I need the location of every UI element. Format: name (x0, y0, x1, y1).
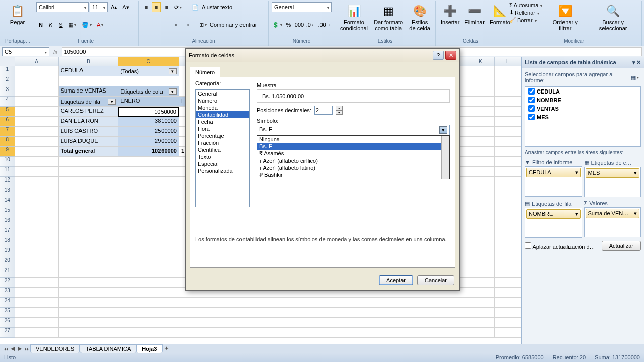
accounting-format-button[interactable]: 💲 (272, 20, 283, 30)
cell[interactable] (467, 137, 494, 147)
cell[interactable] (59, 267, 119, 278)
cell[interactable]: Etiquetas de colu (118, 86, 179, 97)
percent-button[interactable]: % (284, 20, 293, 30)
row-header[interactable]: 4 (0, 97, 15, 107)
row-header[interactable]: 24 (0, 298, 15, 308)
cell[interactable] (118, 288, 179, 298)
cell[interactable] (118, 227, 179, 237)
row-header[interactable]: 1 (0, 66, 15, 76)
cell[interactable] (495, 147, 521, 157)
cell[interactable] (59, 298, 119, 308)
cell[interactable]: 2500000 (118, 127, 179, 137)
cell[interactable] (15, 157, 59, 167)
cell[interactable] (118, 237, 179, 247)
cell[interactable] (15, 117, 59, 127)
rows-item[interactable]: NOMBRE▾ (526, 209, 581, 219)
cell[interactable]: Suma de VENTAS (59, 86, 119, 97)
cell[interactable] (59, 257, 119, 267)
cell[interactable] (118, 197, 179, 207)
row-header[interactable]: 25 (0, 308, 15, 318)
ok-button[interactable]: Aceptar (379, 275, 413, 285)
inc-decimal-button[interactable]: .0← (306, 20, 317, 30)
category-list[interactable]: GeneralNúmeroMonedaContabilidadFechaHora… (195, 89, 250, 207)
row-header[interactable]: 17 (0, 227, 15, 237)
cell[interactable] (467, 97, 494, 107)
symbol-combo[interactable]: Bs. F▾ (257, 125, 450, 135)
cell[interactable]: 10260000 (118, 147, 179, 157)
font-color-button[interactable]: A (95, 20, 105, 30)
cell[interactable] (118, 76, 179, 86)
cell[interactable] (495, 107, 521, 117)
italic-button[interactable]: K (46, 20, 55, 30)
sheet-tab[interactable]: Hoja3 (136, 344, 163, 353)
cell[interactable] (495, 267, 521, 278)
cell[interactable] (15, 227, 59, 237)
insert-cells-button[interactable]: ➕Insertar (439, 2, 461, 26)
row-header[interactable]: 14 (0, 197, 15, 207)
cell[interactable] (118, 187, 179, 197)
last-sheet-button[interactable]: ⏭ (23, 346, 30, 352)
cell[interactable] (467, 187, 494, 197)
cell[interactable] (467, 257, 494, 267)
prev-sheet-button[interactable]: ◀ (9, 345, 16, 352)
cell[interactable] (467, 167, 494, 177)
cell[interactable] (495, 167, 521, 177)
cell[interactable] (495, 97, 521, 107)
symbol-option[interactable]: ₼ Azerí (alfabeto cirílico) (257, 157, 449, 164)
cell[interactable] (15, 86, 59, 97)
font-name-combo[interactable]: Calibri (36, 2, 89, 12)
field-checkbox[interactable] (528, 88, 535, 95)
row-header[interactable]: 19 (0, 247, 15, 257)
cell[interactable]: ENERO (118, 97, 179, 107)
field-checklist[interactable]: CEDULA NOMBRE VENTAS MES (525, 86, 641, 147)
cell[interactable] (118, 177, 179, 187)
cell[interactable] (467, 278, 494, 288)
category-item[interactable]: Número (196, 97, 249, 104)
col-header-a[interactable]: A (15, 57, 59, 66)
category-item[interactable]: General (196, 90, 249, 97)
cell[interactable] (495, 157, 521, 167)
category-item[interactable]: Fecha (196, 118, 249, 125)
cell[interactable] (118, 318, 179, 328)
cell[interactable] (15, 207, 59, 217)
cell[interactable]: Total general (59, 147, 119, 157)
cell[interactable] (495, 257, 521, 267)
cell[interactable] (495, 247, 521, 257)
dec-decimal-button[interactable]: .00→ (318, 20, 332, 30)
col-header-b[interactable]: B (59, 57, 119, 66)
cols-item[interactable]: MES▾ (586, 168, 640, 178)
cell[interactable] (59, 177, 119, 187)
cell[interactable] (467, 237, 494, 247)
cell[interactable] (59, 207, 119, 217)
col-header-l[interactable]: L (495, 57, 521, 66)
cell[interactable] (59, 167, 119, 177)
category-item[interactable]: Fracción (196, 139, 249, 146)
paste-button[interactable]: 📋 Pegar (5, 2, 30, 26)
cell[interactable] (118, 328, 179, 338)
filter-item[interactable]: CEDULA▾ (526, 168, 581, 177)
cell[interactable] (15, 318, 59, 328)
cell[interactable] (15, 76, 59, 86)
cell[interactable] (179, 328, 189, 338)
dialog-help-button[interactable]: ? (433, 51, 444, 60)
col-header-c[interactable]: C (118, 57, 179, 66)
delete-cells-button[interactable]: ➖Eliminar (462, 2, 487, 26)
cell[interactable]: DANIELA RON (59, 117, 119, 127)
cell[interactable] (179, 298, 189, 308)
row-header[interactable]: 8 (0, 137, 15, 147)
decimals-input[interactable] (314, 106, 333, 115)
cell[interactable] (495, 227, 521, 237)
symbol-dropdown-list[interactable]: NingunaBs. F₹ Asamés₼ Azerí (alfabeto ci… (257, 135, 450, 179)
cell[interactable]: 2900000 (118, 137, 179, 147)
cell[interactable] (15, 328, 59, 338)
bold-button[interactable]: N (36, 20, 45, 30)
category-item[interactable]: Texto (196, 153, 249, 160)
fieldlist-layout-button[interactable]: ▦ (629, 72, 641, 82)
row-header[interactable]: 15 (0, 207, 15, 217)
cell[interactable] (495, 86, 521, 97)
cell[interactable] (189, 298, 467, 308)
field-item[interactable]: NOMBRE (525, 96, 640, 104)
sort-filter-button[interactable]: 🔽Ordenar y filtrar (545, 2, 585, 32)
cell[interactable] (467, 247, 494, 257)
field-item[interactable]: VENTAS (525, 104, 640, 113)
